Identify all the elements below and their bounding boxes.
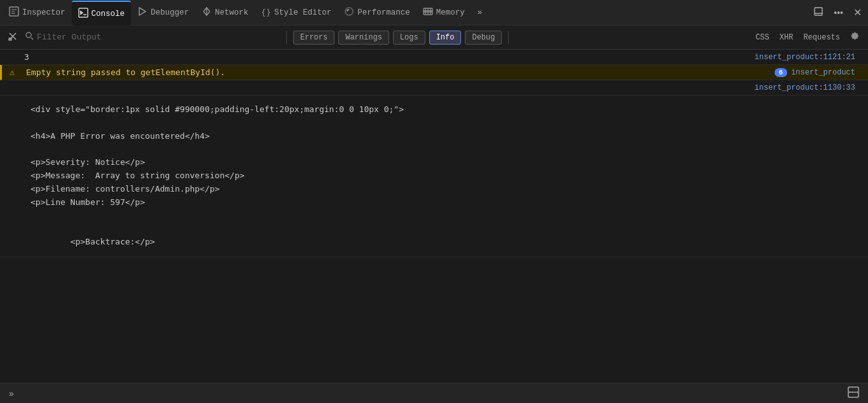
filter-input[interactable] [37, 32, 280, 42]
more-options-button[interactable]: ••• [830, 5, 847, 20]
filter-right-buttons: CSS XHR Requests [752, 29, 864, 46]
console-row-3: insert_product:1130:33 [0, 80, 868, 95]
performance-icon [344, 6, 354, 19]
code-content: <div style="border:1px solid #990000;pad… [20, 101, 860, 251]
tab-debugger-label: Debugger [151, 8, 189, 17]
row-gutter-1 [0, 51, 20, 63]
svg-marker-2 [139, 8, 146, 15]
tab-memory-label: Memory [436, 8, 465, 17]
clear-console-button[interactable] [4, 30, 22, 45]
filter-css-button[interactable]: CSS [752, 31, 773, 44]
warning-badge: 6 [775, 68, 788, 77]
filter-errors-button[interactable]: Errors [293, 31, 334, 45]
tab-network-label: Network [215, 8, 249, 17]
filter-input-wrap [25, 32, 280, 43]
console-row-warning: ⚠ Empty string passed to getElementById(… [0, 65, 868, 80]
expand-console-button[interactable]: » [5, 386, 18, 400]
row-location-1[interactable]: insert_product:1121:21 [750, 51, 860, 63]
dock-button[interactable] [809, 4, 827, 21]
top-toolbar: Inspector Console Debugger Network {} St… [0, 0, 868, 25]
console-settings-button[interactable] [846, 29, 864, 46]
row-content-3 [20, 81, 750, 94]
tab-memory[interactable]: Memory [417, 0, 471, 25]
warning-icon: ⚠ [10, 67, 15, 78]
tab-style-editor-label: Style Editor [274, 8, 331, 17]
filter-requests-button[interactable]: Requests [799, 31, 844, 44]
debugger-icon [137, 6, 148, 19]
tab-console[interactable]: Console [72, 1, 132, 25]
bottom-bar: » [0, 383, 868, 403]
console-row-code: <div style="border:1px solid #990000;pad… [0, 95, 868, 257]
filter-logs-button[interactable]: Logs [393, 31, 425, 45]
tab-console-label: Console [92, 10, 125, 18]
filter-divider [286, 31, 287, 44]
filter-info-button[interactable]: Info [429, 31, 462, 45]
row-location-warning[interactable]: 6 insert_product [769, 66, 860, 78]
network-icon [202, 6, 212, 19]
tab-inspector-label: Inspector [22, 8, 65, 17]
console-output-area: 3 insert_product:1121:21 ⚠ Empty string … [0, 50, 868, 383]
bottom-right [844, 385, 863, 402]
svg-rect-4 [815, 8, 822, 15]
console-row-1: 3 insert_product:1121:21 [0, 50, 868, 65]
tab-debugger[interactable]: Debugger [131, 0, 195, 25]
more-tabs-label: » [478, 8, 483, 17]
svg-point-6 [26, 32, 31, 38]
tab-inspector[interactable]: Inspector [3, 0, 72, 25]
row-content-1: 3 [20, 51, 750, 63]
row-gutter-warning: ⚠ [2, 66, 22, 78]
tab-performance[interactable]: Performance [338, 0, 417, 25]
close-button[interactable]: ✕ [850, 4, 865, 21]
row-gutter-3 [0, 81, 20, 94]
row-location-3[interactable]: insert_product:1130:33 [750, 81, 860, 94]
toolbar-end-buttons: ••• ✕ [809, 4, 865, 21]
filter-toolbar: Errors Warnings Logs Info Debug CSS XHR … [0, 25, 868, 50]
row-content-warning: Empty string passed to getElementById(). [22, 66, 769, 78]
tab-style-editor[interactable]: {} Style Editor [255, 0, 338, 25]
style-editor-icon: {} [261, 8, 272, 17]
filter-debug-button[interactable]: Debug [465, 31, 502, 45]
expand-icon: » [9, 388, 14, 399]
filter-divider-2 [508, 31, 509, 44]
memory-icon [423, 6, 433, 19]
split-console-button[interactable] [844, 385, 863, 402]
tab-more[interactable]: » [471, 0, 489, 25]
svg-rect-5 [8, 38, 12, 41]
tab-network[interactable]: Network [195, 0, 255, 25]
tab-performance-label: Performance [357, 8, 410, 17]
filter-xhr-button[interactable]: XHR [776, 31, 797, 44]
filter-icon [25, 32, 34, 43]
filter-warnings-button[interactable]: Warnings [338, 31, 389, 45]
console-icon [78, 8, 88, 20]
inspector-icon [9, 6, 19, 19]
